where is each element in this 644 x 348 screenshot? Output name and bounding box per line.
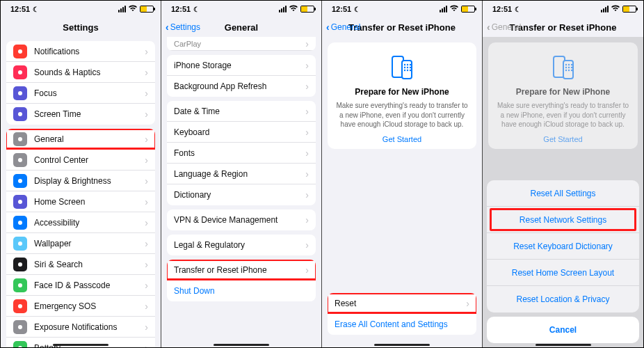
get-started-button[interactable]: Get Started: [335, 135, 469, 143]
svg-point-30: [567, 64, 569, 65]
do-not-disturb-icon: ☾: [354, 6, 360, 13]
chevron-right-icon: ›: [145, 134, 148, 145]
settings-row-siri-search[interactable]: Siri & Search ›: [6, 254, 155, 275]
control-center-icon: [13, 153, 27, 167]
back-button[interactable]: ‹ General: [487, 22, 521, 33]
svg-point-11: [18, 283, 22, 287]
settings-row-carplay[interactable]: CarPlay›: [167, 37, 316, 51]
status-bar: 12:51 ☾: [322, 1, 482, 17]
settings-row-reset[interactable]: Reset ›: [328, 293, 476, 314]
settings-row-language-region[interactable]: Language & Region ›: [167, 164, 316, 184]
settings-row-background-app-refresh[interactable]: Background App Refresh ›: [167, 76, 316, 97]
settings-row-general[interactable]: General ›: [6, 129, 155, 150]
settings-row-sounds-haptics[interactable]: Sounds & Haptics ›: [6, 62, 155, 83]
status-time: 12:51: [492, 5, 512, 13]
row-label: Background App Refresh: [174, 81, 305, 91]
svg-point-4: [18, 137, 22, 141]
emergency-sos-icon: [13, 299, 27, 313]
back-button[interactable]: ‹ General: [326, 22, 360, 33]
row-label: iPhone Storage: [174, 61, 305, 70]
settings-row-display-brightness[interactable]: Display & Brightness ›: [6, 171, 155, 191]
chevron-right-icon: ›: [305, 127, 309, 138]
settings-row-erase-all[interactable]: Erase All Content and Settings: [328, 314, 476, 335]
chevron-right-icon: ›: [145, 175, 148, 187]
row-label: Exposure Notifications: [34, 322, 145, 332]
settings-row-fonts[interactable]: Fonts ›: [167, 143, 316, 164]
home-indicator[interactable]: [536, 344, 591, 346]
home-indicator[interactable]: [214, 344, 269, 346]
svg-point-6: [18, 179, 22, 183]
row-label: Face ID & Passcode: [34, 280, 145, 290]
sheet-option-label: Reset All Settings: [530, 189, 595, 198]
cellular-signal-icon: [440, 6, 447, 13]
screen-settings: 12:51 ☾ Settings Notifications › Sounds …: [1, 1, 161, 347]
back-button[interactable]: ‹ Settings: [166, 22, 200, 33]
home-indicator[interactable]: [374, 344, 430, 346]
sheet-option-reset-network-settings[interactable]: Reset Network Settings: [487, 207, 639, 233]
settings-row-legal-regulatory[interactable]: Legal & Regulatory ›: [167, 235, 316, 255]
svg-point-1: [18, 70, 22, 74]
notifications-icon: [13, 45, 27, 58]
display-brightness-icon: [13, 174, 27, 188]
svg-point-8: [18, 221, 22, 225]
settings-row-emergency-sos[interactable]: Emergency SOS ›: [6, 296, 155, 317]
settings-row-transfer-or-reset[interactable]: Transfer or Reset iPhone ›: [167, 260, 316, 280]
chevron-right-icon: ›: [145, 238, 148, 249]
prepare-new-iphone-card: Prepare for New iPhone Make sure everyth…: [488, 42, 638, 149]
battery-icon: [13, 341, 27, 348]
settings-row-face-id-passcode[interactable]: Face ID & Passcode ›: [6, 275, 155, 296]
sheet-option-reset-all-settings[interactable]: Reset All Settings: [487, 180, 639, 207]
svg-point-35: [565, 70, 566, 71]
nav-bar: ‹ Settings General: [161, 17, 321, 37]
row-label: Date & Time: [174, 106, 305, 116]
settings-row-focus[interactable]: Focus ›: [6, 83, 155, 104]
card-heading: Prepare for New iPhone: [335, 87, 469, 97]
settings-row-notifications[interactable]: Notifications ›: [6, 41, 155, 62]
settings-row-keyboard[interactable]: Keyboard ›: [167, 122, 316, 143]
home-indicator[interactable]: [53, 344, 108, 346]
battery-icon: [461, 6, 475, 13]
row-label: Language & Region: [174, 169, 305, 179]
page-title: Transfer or Reset iPhone: [348, 22, 456, 33]
row-label: Focus: [34, 88, 145, 98]
chevron-right-icon: ›: [145, 67, 148, 78]
status-bar: 12:51 ☾: [483, 1, 643, 17]
accessibility-icon: [13, 216, 27, 230]
cancel-button[interactable]: Cancel: [487, 317, 639, 343]
exposure-notifications-icon: [13, 320, 27, 334]
settings-row-exposure-notifications[interactable]: Exposure Notifications ›: [6, 317, 155, 338]
row-label: Keyboard: [174, 127, 305, 137]
settings-row-home-screen[interactable]: Home Screen ›: [6, 191, 155, 212]
settings-row-iphone-storage[interactable]: iPhone Storage ›: [167, 55, 316, 76]
settings-row-dictionary[interactable]: Dictionary ›: [167, 184, 316, 205]
row-label: Wallpaper: [34, 239, 145, 248]
back-label: General: [331, 22, 361, 32]
chevron-left-icon: ‹: [487, 22, 490, 33]
row-label: Fonts: [174, 148, 305, 158]
cancel-label: Cancel: [549, 325, 577, 335]
chevron-right-icon: ›: [145, 259, 148, 270]
svg-point-23: [410, 67, 411, 68]
nav-bar: ‹ General Transfer or Reset iPhone: [483, 17, 643, 37]
settings-row-accessibility[interactable]: Accessibility ›: [6, 212, 155, 233]
svg-point-37: [570, 70, 572, 71]
sheet-option-reset-keyboard-dictionary[interactable]: Reset Keyboard Dictionary: [487, 233, 639, 260]
svg-point-32: [565, 67, 566, 68]
row-label: General: [34, 134, 145, 144]
sheet-option-reset-location-privacy[interactable]: Reset Location & Privacy: [487, 286, 639, 313]
sheet-option-label: Reset Network Settings: [520, 215, 606, 225]
settings-row-shut-down[interactable]: Shut Down: [167, 280, 316, 301]
screen-time-icon: [13, 107, 27, 121]
settings-row-date-time[interactable]: Date & Time ›: [167, 101, 316, 122]
chevron-right-icon: ›: [305, 38, 309, 49]
cellular-signal-icon: [601, 6, 609, 13]
settings-row-vpn-device-management[interactable]: VPN & Device Management ›: [167, 209, 316, 230]
sheet-option-reset-home-screen-layout[interactable]: Reset Home Screen Layout: [487, 260, 639, 286]
settings-row-screen-time[interactable]: Screen Time ›: [6, 104, 155, 125]
chevron-right-icon: ›: [145, 155, 148, 166]
sheet-option-label: Reset Location & Privacy: [516, 294, 609, 304]
settings-row-wallpaper[interactable]: Wallpaper ›: [6, 233, 155, 254]
settings-row-control-center[interactable]: Control Center ›: [6, 150, 155, 171]
get-started-button[interactable]: Get Started: [495, 135, 631, 143]
svg-point-0: [18, 49, 22, 54]
